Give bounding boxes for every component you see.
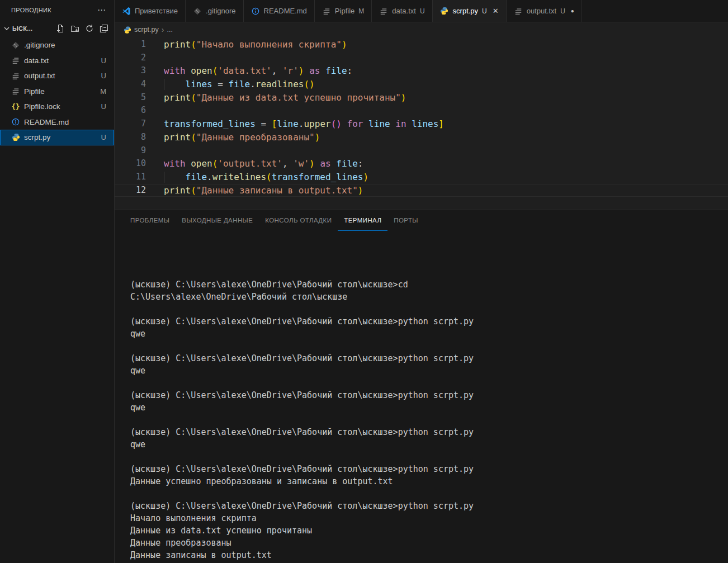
code-line-2: 2 [115,51,728,65]
new-folder-icon[interactable] [70,24,79,33]
info-icon [11,117,20,126]
terminal-line: qwe [130,401,728,414]
file-item-pipfile-lock[interactable]: {}Pipfile.lockU [0,99,114,115]
file-list: .gitignoredata.txtUoutput.txtUPipfileM{}… [0,37,114,145]
file-item-pipfile[interactable]: PipfileM [0,84,114,100]
git-status-badge: M [100,87,106,96]
file-item-gitignore[interactable]: .gitignore [0,37,114,53]
git-status-badge: U [560,7,565,15]
code-text: print("Данные записаны в output.txt") [164,184,363,197]
git-status-badge: U [101,133,106,141]
new-file-icon[interactable] [56,24,65,33]
code-line-9: 9 [115,144,728,158]
panel-tab-проблемы[interactable]: ПРОБЛЕМЫ [124,210,176,231]
refresh-icon[interactable] [85,24,94,33]
txt-icon [11,56,20,65]
panel-tab-выходные-данные[interactable]: ВЫХОДНЫЕ ДАННЫЕ [176,210,259,231]
line-number: 2 [115,51,146,65]
tab-readme-md[interactable]: README.md [244,0,315,22]
code-text: print("Начало выполнения скрипта") [164,38,347,51]
code-line-6: 6 [115,104,728,117]
breadcrumb: scrpt.py › ... [115,22,728,37]
code-editor[interactable]: 1print("Начало выполнения скрипта")23wit… [115,37,728,210]
code-line-12: 12print("Данные записаны в output.txt") [115,184,728,197]
tab-приветствие[interactable]: Приветствие [115,0,186,22]
git-status-badge: U [482,7,487,15]
code-line-1: 1print("Начало выполнения скрипта") [115,38,728,51]
more-actions-icon[interactable]: ⋯ [97,5,106,15]
panel-tab-консоль-отладки[interactable]: КОНСОЛЬ ОТЛАДКИ [259,210,338,231]
workspace-name: ЫСК... [12,25,32,32]
line-number: 1 [115,38,146,51]
git-status-badge: U [101,72,106,80]
vscode-window: ПРОВОДНИК ⋯ ЫСК... [0,0,728,563]
close-icon[interactable]: ✕ [493,7,499,15]
bottom-panel: ПРОБЛЕМЫВЫХОДНЫЕ ДАННЫЕКОНСОЛЬ ОТЛАДКИТЕ… [115,210,728,563]
terminal[interactable]: (ыскшзе) C:\Users\alexe\OneDrive\Рабочий… [115,231,728,563]
terminal-line: (ыскшзе) C:\Users\alexe\OneDrive\Рабочий… [130,463,728,475]
terminal-line: Данные преобразованы [130,537,728,549]
terminal-line [130,451,728,463]
file-item-output-txt[interactable]: output.txtU [0,68,114,84]
line-number: 5 [115,91,146,105]
terminal-line [130,303,728,315]
git-icon [11,41,20,50]
tab-label: README.md [264,7,307,15]
code-text: with open('output.txt', 'w') as file: [164,157,363,171]
txt-icon [379,7,388,16]
terminal-line [130,340,728,352]
tab-data-txt[interactable]: data.txtU [372,0,432,22]
terminal-line: (ыскшзе) C:\Users\alexe\OneDrive\Рабочий… [130,426,728,438]
explorer-title: ПРОВОДНИК [11,7,51,13]
terminal-line: qwe [130,365,728,377]
tab-label: .gitignore [206,7,235,15]
tab-output-txt[interactable]: output.txtU● [507,0,582,22]
git-icon [193,7,202,16]
tab-gitignore[interactable]: .gitignore [186,0,243,22]
terminal-line: Начало выполнения скрипта [130,512,728,524]
code-line-11: 11 file.writelines(transformed_lines) [115,171,728,184]
txt-icon [11,87,20,96]
terminal-line [130,488,728,500]
file-name: scrpt.py [24,133,50,141]
code-text: with open('data.txt', 'r') as file: [164,64,352,78]
tab-bar: Приветствие.gitignoreREADME.mdPipfileMda… [115,0,728,22]
code-text: file.writelines(transformed_lines) [164,171,368,184]
file-item-data-txt[interactable]: data.txtU [0,53,114,69]
chevron-right-icon: › [162,26,164,34]
panel-tab-терминал[interactable]: ТЕРМИНАЛ [338,210,387,231]
code-text: print("Данные преобразованы") [164,131,320,144]
python-icon [124,26,131,34]
tab-label: output.txt [527,7,556,15]
dirty-dot-icon[interactable]: ● [571,8,574,14]
python-icon [11,133,20,142]
terminal-line: Данные успешно преобразованы и записаны … [130,475,728,488]
line-number: 12 [115,184,146,197]
terminal-line: (ыскшзе) C:\Users\alexe\OneDrive\Рабочий… [130,278,728,291]
file-item-readme-md[interactable]: README.md [0,115,114,130]
tab-scrpt-py[interactable]: scrpt.pyU✕ [433,0,507,22]
line-number: 11 [115,171,146,184]
breadcrumb-symbols[interactable]: ... [167,26,172,34]
indent-guide [164,172,164,183]
git-status-badge: M [358,7,364,15]
workspace-header[interactable]: ЫСК... [0,20,114,37]
file-item-scrpt-py[interactable]: scrpt.pyU [0,130,114,145]
file-name: data.txt [24,56,49,65]
code-text: transformed_lines = [line.upper() for li… [164,117,444,131]
git-status-badge: U [101,102,106,111]
terminal-line: (ыскшзе) C:\Users\alexe\OneDrive\Рабочий… [130,389,728,401]
line-number: 3 [115,64,146,78]
terminal-line: (ыскшзе) C:\Users\alexe\OneDrive\Рабочий… [130,500,728,512]
panel-tab-порты[interactable]: ПОРТЫ [387,210,424,231]
vscode-icon [122,7,131,16]
file-name: Pipfile.lock [24,102,60,111]
code-line-3: 3with open('data.txt', 'r') as file: [115,64,728,78]
tab-label: data.txt [392,7,416,15]
line-number: 8 [115,131,146,144]
tab-pipfile[interactable]: PipfileM [315,0,372,22]
breadcrumb-file[interactable]: scrpt.py [134,26,159,34]
explorer-actions [56,24,108,33]
collapse-all-icon[interactable] [100,24,108,33]
chevron-down-icon[interactable] [2,26,11,31]
